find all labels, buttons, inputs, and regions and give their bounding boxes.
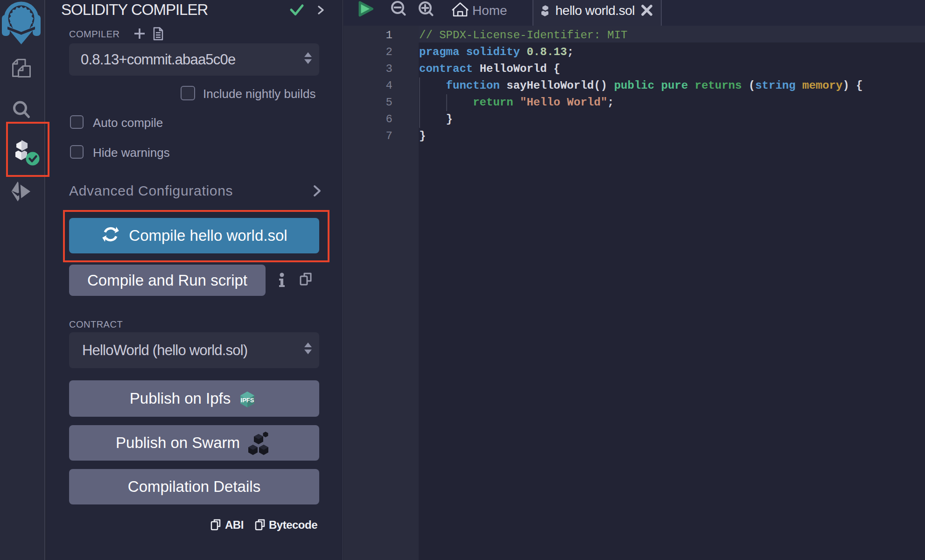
- svg-text:IPFS: IPFS: [241, 397, 254, 404]
